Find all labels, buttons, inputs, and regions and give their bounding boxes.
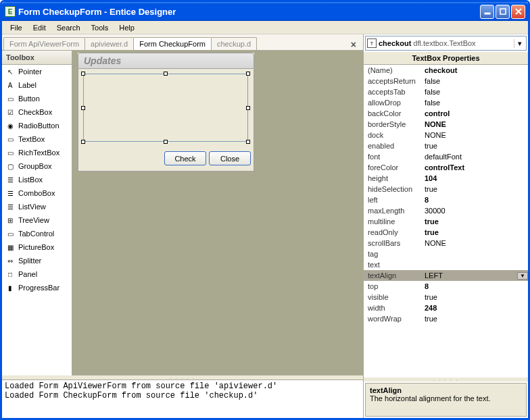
- property-value[interactable]: 248: [423, 304, 528, 312]
- property-name: allowDrop: [364, 99, 423, 107]
- toolbox-item-panel[interactable]: □Panel: [2, 267, 72, 281]
- svg-rect-0: [485, 13, 490, 14]
- property-value[interactable]: NONE: [423, 239, 528, 247]
- minimize-button[interactable]: [480, 5, 494, 19]
- property-row[interactable]: height104: [364, 173, 528, 184]
- property-row[interactable]: allowDropfalse: [364, 97, 528, 108]
- property-row[interactable]: (Name)checkout: [364, 65, 528, 76]
- menu-tools[interactable]: Tools: [86, 22, 114, 33]
- property-value[interactable]: true: [423, 185, 528, 193]
- property-value[interactable]: 30000: [423, 207, 528, 215]
- property-value[interactable]: control: [423, 109, 528, 117]
- property-value[interactable]: true: [423, 315, 528, 323]
- property-value[interactable]: 8: [423, 282, 528, 290]
- toolbox-item-richtextbox[interactable]: ▭RichTextBox: [2, 146, 72, 159]
- toolbox-item-textbox[interactable]: ▭TextBox: [2, 132, 72, 146]
- toolbox-item-checkbox[interactable]: ☑CheckBox: [2, 105, 72, 119]
- object-selector[interactable]: T checkout dfl.textbox.TextBox ▾: [365, 36, 527, 51]
- designer-textbox-checkout[interactable]: [83, 74, 248, 142]
- property-row[interactable]: borderStyleNONE: [364, 119, 528, 130]
- menu-file[interactable]: File: [5, 22, 28, 33]
- property-value[interactable]: true: [423, 142, 528, 150]
- property-value[interactable]: NONE: [423, 131, 528, 139]
- property-row[interactable]: wordWraptrue: [364, 313, 528, 324]
- toolbox-item-label[interactable]: ALabel: [2, 78, 72, 92]
- property-row[interactable]: fontdefaultFont: [364, 151, 528, 162]
- property-row[interactable]: acceptsReturnfalse: [364, 76, 528, 86]
- toolbox-item-listview[interactable]: ☰ListView: [2, 200, 72, 213]
- property-value[interactable]: true: [423, 293, 528, 301]
- chevron-down-icon[interactable]: ▼: [517, 272, 528, 280]
- toolbox-item-pointer[interactable]: ↖Pointer: [2, 65, 72, 78]
- property-value[interactable]: 8: [423, 196, 528, 204]
- menu-help[interactable]: Help: [114, 22, 140, 33]
- property-row[interactable]: backColorcontrol: [364, 108, 528, 119]
- property-row[interactable]: maxLength30000: [364, 205, 528, 216]
- close-button[interactable]: [511, 5, 525, 19]
- toolbox-item-label: RadioButton: [18, 122, 59, 130]
- property-row[interactable]: textAlignLEFT▼: [364, 270, 528, 281]
- property-row[interactable]: tag: [364, 248, 528, 259]
- property-value[interactable]: 104: [423, 174, 528, 182]
- property-row[interactable]: hideSelectiontrue: [364, 184, 528, 194]
- designer-btn-close[interactable]: Close: [209, 151, 251, 165]
- property-row[interactable]: readOnlytrue: [364, 227, 528, 238]
- chevron-down-icon[interactable]: ▾: [514, 39, 525, 48]
- toolbox-item-tabcontrol[interactable]: ▭TabControl: [2, 227, 72, 240]
- menu-edit[interactable]: Edit: [28, 22, 51, 33]
- property-row[interactable]: dockNONE: [364, 130, 528, 140]
- toolbox-item-treeview[interactable]: ⊞TreeView: [2, 213, 72, 227]
- toolbox-item-progressbar[interactable]: ▮ProgressBar: [2, 281, 72, 294]
- toolbox-item-radiobutton[interactable]: ◉RadioButton: [2, 119, 72, 132]
- designer-form[interactable]: Updates: [78, 53, 254, 172]
- property-value[interactable]: false: [423, 77, 528, 85]
- object-type: dfl.textbox.TextBox: [413, 39, 475, 47]
- toolbox-item-button[interactable]: ▭Button: [2, 92, 72, 105]
- toolbox-item-label: ProgressBar: [18, 284, 59, 292]
- maximize-button[interactable]: [496, 5, 510, 19]
- designer-btn-check[interactable]: Check: [164, 151, 206, 165]
- menu-search[interactable]: Search: [51, 22, 86, 33]
- property-value[interactable]: LEFT: [423, 271, 517, 280]
- property-row[interactable]: left8: [364, 194, 528, 205]
- property-value[interactable]: defaultFont: [423, 153, 528, 161]
- property-row[interactable]: visibletrue: [364, 292, 528, 303]
- property-value[interactable]: false: [423, 99, 528, 107]
- toolbox-item-picturebox[interactable]: ▦PictureBox: [2, 240, 72, 254]
- properties-panel: T checkout dfl.textbox.TextBox ▾ TextBox…: [364, 34, 528, 418]
- output-pane[interactable]: Loaded Form ApiViewerForm from source fi…: [2, 379, 363, 418]
- property-name: height: [364, 174, 423, 182]
- property-value[interactable]: true: [423, 217, 528, 226]
- designer-form-body[interactable]: Check Close: [78, 69, 254, 172]
- splitter-description[interactable]: . . . . .: [364, 377, 528, 382]
- designer-canvas[interactable]: Updates: [72, 51, 363, 375]
- property-row[interactable]: multilinetrue: [364, 216, 528, 227]
- property-value[interactable]: NONE: [423, 120, 528, 128]
- property-row[interactable]: acceptsTabfalse: [364, 86, 528, 97]
- property-row[interactable]: width248: [364, 303, 528, 313]
- property-value[interactable]: controlText: [423, 163, 528, 172]
- progressbar-icon: ▮: [5, 282, 16, 293]
- property-row[interactable]: top8: [364, 281, 528, 292]
- toolbox-item-groupbox[interactable]: ▢GroupBox: [2, 159, 72, 173]
- property-row[interactable]: enabledtrue: [364, 140, 528, 151]
- property-value[interactable]: checkout: [423, 66, 528, 74]
- toolbox-item-combobox[interactable]: ☰ComboBox: [2, 186, 72, 200]
- property-row[interactable]: text: [364, 259, 528, 270]
- document-tab[interactable]: checkup.d: [211, 37, 257, 50]
- toolbox-item-listbox[interactable]: ☰ListBox: [2, 173, 72, 186]
- textbox-icon: ▭: [5, 134, 16, 145]
- property-row[interactable]: scrollBarsNONE: [364, 238, 528, 248]
- toolbox-item-label: RichTextBox: [18, 149, 59, 157]
- tab-close-icon[interactable]: ×: [345, 39, 362, 50]
- property-value[interactable]: true: [423, 228, 528, 236]
- property-row[interactable]: foreColorcontrolText: [364, 162, 528, 173]
- document-tab[interactable]: apiviewer.d: [85, 37, 134, 50]
- document-tab[interactable]: Form ApiViewerForm: [3, 37, 85, 50]
- properties-grid[interactable]: (Name)checkoutacceptsReturnfalseacceptsT…: [364, 65, 528, 377]
- toolbox-item-splitter[interactable]: ⇔Splitter: [2, 254, 72, 267]
- titlebar[interactable]: E Form CheckupForm - Entice Designer: [2, 2, 528, 21]
- property-value[interactable]: false: [423, 88, 528, 96]
- label-icon: A: [5, 80, 16, 90]
- document-tab[interactable]: Form CheckupForm: [133, 37, 212, 50]
